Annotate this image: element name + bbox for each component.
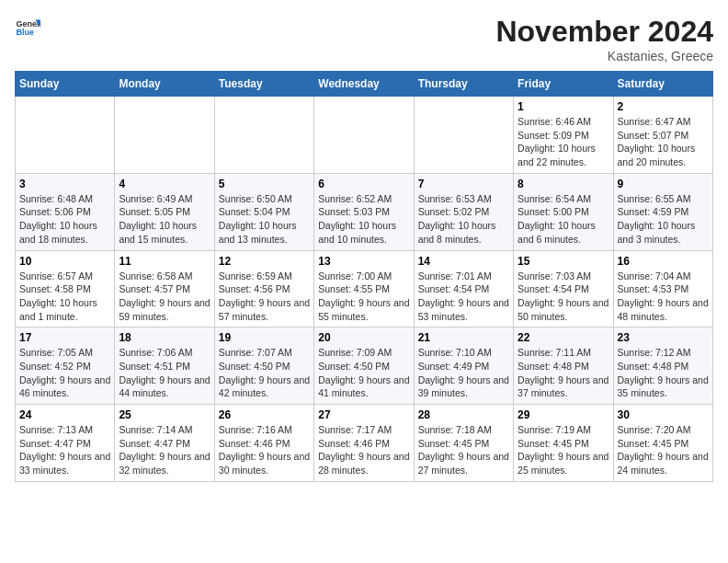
- day-info: Sunrise: 7:03 AM Sunset: 4:54 PM Dayligh…: [518, 270, 609, 324]
- day-number: 4: [119, 178, 210, 190]
- day-info: Sunrise: 7:04 AM Sunset: 4:53 PM Dayligh…: [618, 270, 709, 324]
- calendar-cell: [414, 97, 513, 174]
- calendar-cell: 21Sunrise: 7:10 AM Sunset: 4:49 PM Dayli…: [414, 327, 513, 405]
- calendar-cell: 6Sunrise: 6:52 AM Sunset: 5:03 PM Daylig…: [314, 173, 414, 250]
- day-info: Sunrise: 6:53 AM Sunset: 5:02 PM Dayligh…: [418, 192, 509, 247]
- calendar-cell: 15Sunrise: 7:03 AM Sunset: 4:54 PM Dayli…: [514, 250, 613, 327]
- calendar-cell: 19Sunrise: 7:07 AM Sunset: 4:50 PM Dayli…: [214, 327, 313, 405]
- calendar-cell: 12Sunrise: 6:59 AM Sunset: 4:56 PM Dayli…: [214, 250, 313, 327]
- day-number: 24: [19, 408, 110, 421]
- calendar-table: SundayMondayTuesdayWednesdayThursdayFrid…: [15, 71, 713, 482]
- calendar-cell: 10Sunrise: 6:57 AM Sunset: 4:58 PM Dayli…: [16, 250, 115, 327]
- day-info: Sunrise: 6:59 AM Sunset: 4:56 PM Dayligh…: [219, 270, 310, 324]
- day-info: Sunrise: 6:50 AM Sunset: 5:04 PM Dayligh…: [219, 192, 310, 247]
- day-info: Sunrise: 6:49 AM Sunset: 5:05 PM Dayligh…: [119, 192, 210, 247]
- calendar-cell: 14Sunrise: 7:01 AM Sunset: 4:54 PM Dayli…: [414, 250, 513, 327]
- day-number: 20: [318, 331, 409, 344]
- calendar-cell: [314, 97, 414, 174]
- calendar-cell: 18Sunrise: 7:06 AM Sunset: 4:51 PM Dayli…: [115, 327, 214, 405]
- weekday-header: Saturday: [613, 72, 712, 97]
- calendar-cell: 29Sunrise: 7:19 AM Sunset: 4:45 PM Dayli…: [514, 405, 613, 482]
- day-number: 14: [418, 255, 509, 268]
- calendar-cell: 9Sunrise: 6:55 AM Sunset: 4:59 PM Daylig…: [613, 173, 712, 250]
- calendar-cell: 16Sunrise: 7:04 AM Sunset: 4:53 PM Dayli…: [613, 250, 712, 327]
- calendar-cell: 30Sunrise: 7:20 AM Sunset: 4:45 PM Dayli…: [613, 405, 712, 482]
- day-number: 28: [418, 408, 509, 421]
- day-number: 30: [618, 408, 709, 421]
- calendar-cell: 13Sunrise: 7:00 AM Sunset: 4:55 PM Dayli…: [314, 250, 414, 327]
- day-number: 29: [518, 408, 609, 421]
- weekday-header: Thursday: [414, 72, 513, 97]
- location-title: Kastanies, Greece: [495, 49, 713, 63]
- day-number: 17: [19, 331, 110, 344]
- day-number: 18: [119, 331, 210, 344]
- day-number: 23: [618, 331, 709, 344]
- day-info: Sunrise: 7:05 AM Sunset: 4:52 PM Dayligh…: [19, 346, 110, 400]
- day-info: Sunrise: 7:16 AM Sunset: 4:46 PM Dayligh…: [219, 423, 310, 477]
- day-number: 27: [318, 408, 409, 421]
- day-number: 25: [119, 408, 210, 421]
- day-info: Sunrise: 7:09 AM Sunset: 4:50 PM Dayligh…: [318, 346, 409, 400]
- day-number: 5: [219, 178, 310, 190]
- calendar-cell: 24Sunrise: 7:13 AM Sunset: 4:47 PM Dayli…: [16, 405, 115, 482]
- day-number: 10: [19, 255, 110, 268]
- day-info: Sunrise: 7:07 AM Sunset: 4:50 PM Dayligh…: [219, 346, 310, 400]
- calendar-cell: [214, 97, 313, 174]
- day-info: Sunrise: 7:06 AM Sunset: 4:51 PM Dayligh…: [119, 346, 210, 400]
- day-info: Sunrise: 7:01 AM Sunset: 4:54 PM Dayligh…: [418, 270, 509, 324]
- day-number: 11: [119, 255, 210, 268]
- calendar-cell: 3Sunrise: 6:48 AM Sunset: 5:06 PM Daylig…: [16, 173, 115, 250]
- day-number: 21: [418, 331, 509, 344]
- day-info: Sunrise: 7:19 AM Sunset: 4:45 PM Dayligh…: [518, 423, 609, 477]
- day-number: 16: [618, 255, 709, 268]
- day-info: Sunrise: 7:20 AM Sunset: 4:45 PM Dayligh…: [618, 423, 709, 477]
- calendar-cell: 26Sunrise: 7:16 AM Sunset: 4:46 PM Dayli…: [214, 405, 313, 482]
- title-area: November 2024 Kastanies, Greece: [495, 15, 713, 63]
- weekday-header: Sunday: [16, 72, 115, 97]
- calendar-cell: 11Sunrise: 6:58 AM Sunset: 4:57 PM Dayli…: [115, 250, 214, 327]
- calendar-cell: 28Sunrise: 7:18 AM Sunset: 4:45 PM Dayli…: [414, 405, 513, 482]
- day-number: 12: [219, 255, 310, 268]
- day-info: Sunrise: 6:46 AM Sunset: 5:09 PM Dayligh…: [518, 115, 609, 169]
- day-number: 22: [518, 331, 609, 344]
- calendar-cell: 27Sunrise: 7:17 AM Sunset: 4:46 PM Dayli…: [314, 405, 414, 482]
- weekday-header: Tuesday: [214, 72, 313, 97]
- calendar-cell: 20Sunrise: 7:09 AM Sunset: 4:50 PM Dayli…: [314, 327, 414, 405]
- weekday-header: Monday: [115, 72, 214, 97]
- day-info: Sunrise: 6:57 AM Sunset: 4:58 PM Dayligh…: [19, 270, 110, 324]
- day-number: 26: [219, 408, 310, 421]
- day-info: Sunrise: 7:11 AM Sunset: 4:48 PM Dayligh…: [518, 346, 609, 400]
- day-number: 19: [219, 331, 310, 344]
- day-info: Sunrise: 7:13 AM Sunset: 4:47 PM Dayligh…: [19, 423, 110, 477]
- day-info: Sunrise: 6:48 AM Sunset: 5:06 PM Dayligh…: [19, 192, 110, 247]
- calendar-cell: 22Sunrise: 7:11 AM Sunset: 4:48 PM Dayli…: [514, 327, 613, 405]
- day-number: 2: [618, 100, 709, 113]
- day-number: 7: [418, 178, 509, 190]
- day-info: Sunrise: 7:12 AM Sunset: 4:48 PM Dayligh…: [618, 346, 709, 400]
- day-info: Sunrise: 7:17 AM Sunset: 4:46 PM Dayligh…: [318, 423, 409, 477]
- calendar-cell: 23Sunrise: 7:12 AM Sunset: 4:48 PM Dayli…: [613, 327, 712, 405]
- day-number: 13: [318, 255, 409, 268]
- day-number: 15: [518, 255, 609, 268]
- month-title: November 2024: [495, 15, 713, 49]
- calendar-cell: [115, 97, 214, 174]
- logo: General Blue: [15, 15, 40, 40]
- calendar-cell: 25Sunrise: 7:14 AM Sunset: 4:47 PM Dayli…: [115, 405, 214, 482]
- calendar-cell: 7Sunrise: 6:53 AM Sunset: 5:02 PM Daylig…: [414, 173, 513, 250]
- day-number: 9: [618, 178, 709, 190]
- svg-text:Blue: Blue: [16, 28, 34, 37]
- day-info: Sunrise: 6:55 AM Sunset: 4:59 PM Dayligh…: [618, 192, 709, 247]
- calendar-cell: 5Sunrise: 6:50 AM Sunset: 5:04 PM Daylig…: [214, 173, 313, 250]
- day-info: Sunrise: 6:47 AM Sunset: 5:07 PM Dayligh…: [618, 115, 709, 169]
- calendar-cell: 4Sunrise: 6:49 AM Sunset: 5:05 PM Daylig…: [115, 173, 214, 250]
- day-info: Sunrise: 6:58 AM Sunset: 4:57 PM Dayligh…: [119, 270, 210, 324]
- day-number: 3: [19, 178, 110, 190]
- day-number: 1: [518, 100, 609, 113]
- weekday-header: Wednesday: [314, 72, 414, 97]
- calendar-cell: 1Sunrise: 6:46 AM Sunset: 5:09 PM Daylig…: [514, 97, 613, 174]
- day-info: Sunrise: 7:10 AM Sunset: 4:49 PM Dayligh…: [418, 346, 509, 400]
- day-number: 8: [518, 178, 609, 190]
- calendar-cell: 2Sunrise: 6:47 AM Sunset: 5:07 PM Daylig…: [613, 97, 712, 174]
- day-info: Sunrise: 7:14 AM Sunset: 4:47 PM Dayligh…: [119, 423, 210, 477]
- day-info: Sunrise: 7:18 AM Sunset: 4:45 PM Dayligh…: [418, 423, 509, 477]
